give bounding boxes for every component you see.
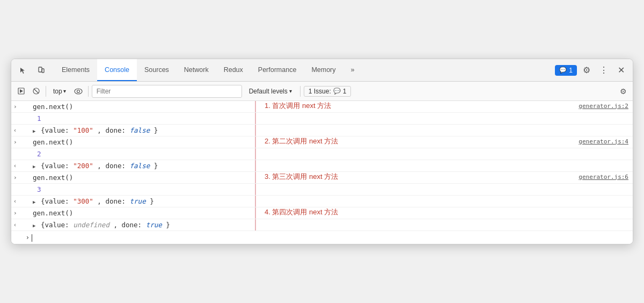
expand-icon[interactable]: ▶ (33, 223, 35, 228)
tab-more[interactable]: » (343, 59, 362, 81)
row-content: ▶ {value: "100" , done: false } (31, 125, 633, 136)
console-row: ‹ ▶ {value: "100" , done: false } (11, 125, 633, 136)
toolbar-separator-2 (88, 86, 89, 97)
tabs: Elements Console Sources Network Redux P… (54, 59, 555, 81)
console-settings-button[interactable]: ⚙ (617, 85, 630, 98)
output-number: 1 (37, 114, 41, 122)
string-val: "100" (73, 126, 93, 134)
string-val: "300" (73, 197, 93, 205)
row-right: 2. 第二次调用 next 方法 generator.js:4 (256, 136, 633, 146)
cmd-text: gen.next() (33, 103, 73, 111)
row-gutter: ‹ (11, 160, 31, 171)
cmd-text: gen.next() (33, 209, 73, 217)
row-right: 4. 第四次调用 next 方法 generator.js:8 (256, 207, 633, 217)
dropdown-arrow-icon: ▾ (63, 88, 66, 94)
obj-text: {value: (41, 197, 73, 205)
eye-button[interactable] (72, 85, 85, 98)
row-content: 3 (31, 184, 633, 195)
row-prefix: › (13, 210, 17, 217)
row-content: 1 (31, 113, 633, 124)
bool-val: true (146, 221, 162, 229)
row-gutter: › (11, 207, 31, 219)
console-toolbar: top ▾ Default levels ▾ 1 Issue: 💬 1 ⚙ (11, 82, 633, 101)
cursor-icon[interactable] (16, 63, 31, 78)
row-left: ▶ {value: "100" , done: false } (31, 125, 256, 136)
console-row: 2 (11, 148, 633, 160)
settings-button[interactable]: ⚙ (579, 63, 594, 78)
bool-val: false (130, 126, 150, 134)
bool-val: false (130, 162, 150, 170)
row-prefix: ‹ (13, 198, 17, 204)
expand-icon[interactable]: ▶ (33, 199, 35, 205)
cmd-text: gen.next() (33, 138, 73, 146)
svg-line-5 (34, 89, 39, 93)
output-number: 2 (37, 150, 41, 158)
undefined-val: undefined (73, 221, 109, 229)
tab-bar: Elements Console Sources Network Redux P… (11, 59, 633, 82)
row-gutter: › (11, 101, 31, 112)
mobile-icon[interactable] (34, 63, 49, 78)
obj-text: } (154, 126, 158, 134)
tab-sources[interactable]: Sources (137, 59, 177, 81)
expand-icon[interactable]: ▶ (33, 128, 35, 134)
row-content: gen.next() 3. 第三次调用 next 方法 generator.js… (31, 172, 633, 183)
annotation: 4. 第四次调用 next 方法 (265, 207, 338, 217)
console-input-row[interactable]: › (11, 231, 633, 244)
row-left: 1 (31, 113, 256, 124)
toolbar-separator-1 (46, 86, 46, 97)
clear-console-button[interactable] (30, 85, 42, 98)
row-prefix: ‹ (13, 222, 17, 228)
dots-menu-button[interactable]: ⋮ (596, 63, 611, 78)
tab-console[interactable]: Console (97, 59, 137, 81)
row-gutter: › (11, 136, 31, 148)
row-left: ▶ {value: "200" , done: false } (31, 160, 256, 171)
annotation: 2. 第二次调用 next 方法 (265, 136, 338, 146)
input-caret: › (13, 234, 30, 241)
string-val: "200" (73, 162, 93, 170)
tab-redux[interactable]: Redux (216, 59, 251, 81)
close-button[interactable]: ✕ (613, 63, 628, 78)
row-gutter (11, 148, 31, 160)
text-cursor (32, 234, 32, 242)
run-script-button[interactable] (14, 85, 27, 98)
tab-elements[interactable]: Elements (54, 59, 97, 81)
source-link[interactable]: generator.js:2 (579, 103, 633, 110)
messages-badge[interactable]: 💬 1 (555, 65, 577, 76)
row-content: ▶ {value: undefined , done: true } (31, 219, 633, 230)
row-left: 3 (31, 184, 256, 195)
default-levels-dropdown[interactable]: Default levels ▾ (244, 86, 297, 97)
context-selector[interactable]: top ▾ (49, 86, 70, 97)
obj-text: , done: (97, 197, 129, 205)
annotation: 1. 首次调用 next 方法 (265, 101, 331, 111)
console-row: › gen.next() 4. 第四次调用 next 方法 generator.… (11, 207, 633, 219)
row-content: 2 (31, 148, 633, 160)
row-left: gen.next() (31, 101, 256, 112)
message-icon: 💬 (559, 67, 567, 74)
toolbar-separator-3 (300, 86, 301, 97)
row-gutter: ‹ (11, 125, 31, 136)
tab-memory[interactable]: Memory (304, 59, 343, 81)
row-content: gen.next() 4. 第四次调用 next 方法 generator.js… (31, 207, 633, 219)
svg-point-7 (77, 90, 79, 92)
obj-text: , done: (97, 162, 129, 170)
row-gutter (11, 113, 31, 124)
cmd-text: gen.next() (33, 174, 73, 182)
tab-network[interactable]: Network (177, 59, 216, 81)
tab-performance[interactable]: Performance (251, 59, 304, 81)
obj-text: {value: (41, 162, 73, 170)
row-prefix: › (13, 139, 17, 146)
source-link[interactable]: generator.js:4 (579, 138, 633, 145)
obj-text: } (154, 162, 158, 170)
row-left: gen.next() (31, 207, 256, 219)
filter-input[interactable] (92, 85, 242, 98)
row-gutter: › (11, 172, 31, 183)
row-left: gen.next() (31, 172, 256, 183)
expand-icon[interactable]: ▶ (33, 164, 35, 169)
console-row: ‹ ▶ {value: undefined , done: true } (11, 219, 633, 231)
cursor-line (32, 233, 32, 242)
annotation: 3. 第三次调用 next 方法 (265, 172, 338, 182)
issues-badge[interactable]: 1 Issue: 💬 1 (304, 86, 352, 97)
row-content: gen.next() 2. 第二次调用 next 方法 generator.js… (31, 136, 633, 148)
obj-text: , done: (113, 221, 145, 229)
source-link[interactable]: generator.js:6 (579, 174, 633, 181)
